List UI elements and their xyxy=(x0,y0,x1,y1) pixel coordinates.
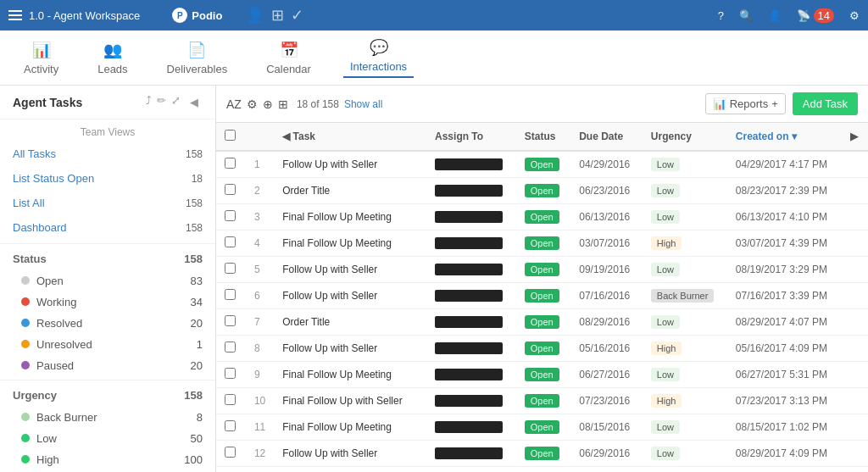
select-all-checkbox[interactable] xyxy=(225,130,236,141)
col-created-on[interactable]: Created on ▾ xyxy=(727,123,842,151)
row-select-checkbox[interactable] xyxy=(225,184,236,195)
row-select-checkbox[interactable] xyxy=(225,315,236,326)
table-container: ◀ Task Assign To Status Due Date Urgency… xyxy=(216,123,868,472)
row-checkbox[interactable] xyxy=(216,388,246,414)
sidebar-expand-icon[interactable]: ⤢ xyxy=(171,94,181,110)
row-select-checkbox[interactable] xyxy=(225,420,236,431)
col-due-date[interactable]: Due Date xyxy=(570,123,643,151)
row-checkbox[interactable] xyxy=(216,257,246,283)
row-urgency: High xyxy=(643,230,727,257)
row-task-name[interactable]: Final Follow Up Meeting xyxy=(274,414,426,441)
help-icon[interactable]: ? xyxy=(718,9,724,22)
row-select-checkbox[interactable] xyxy=(225,210,236,221)
tab-interactions[interactable]: 💬 Interactions xyxy=(343,38,414,78)
row-urgency: Low xyxy=(643,441,727,467)
sidebar-divider-1 xyxy=(0,243,215,244)
sidebar-edit-icon[interactable]: ✏ xyxy=(157,94,166,110)
col-assign-to[interactable]: Assign To xyxy=(426,123,516,151)
row-number: 7 xyxy=(246,309,274,336)
col-status[interactable]: Status xyxy=(516,123,570,151)
row-actions xyxy=(842,441,868,467)
col-nav-next[interactable]: ▶ xyxy=(842,123,868,151)
tab-calendar[interactable]: 📅 Calendar xyxy=(259,41,318,75)
row-checkbox[interactable] xyxy=(216,467,246,473)
sidebar-urgency-low[interactable]: Low 50 xyxy=(0,428,215,449)
sidebar-collapse-btn[interactable]: ◀ xyxy=(186,94,203,110)
row-assign-to xyxy=(426,230,516,257)
row-select-checkbox[interactable] xyxy=(225,394,236,405)
sidebar-status-unresolved[interactable]: Unresolved 1 xyxy=(0,334,215,355)
col-urgency[interactable]: Urgency xyxy=(643,123,727,151)
add-task-button[interactable]: Add Task xyxy=(793,92,858,115)
status-badge: Open xyxy=(525,447,559,460)
sort-icon[interactable]: AZ xyxy=(226,97,242,111)
row-urgency: High xyxy=(643,336,727,362)
sidebar-status-resolved[interactable]: Resolved 20 xyxy=(0,313,215,334)
status-badge: Open xyxy=(525,394,559,408)
sidebar-item-list-all[interactable]: List All 158 xyxy=(0,191,215,215)
row-task-name[interactable]: Follow Up with Seller xyxy=(274,336,426,362)
row-checkbox[interactable] xyxy=(216,283,246,309)
row-select-checkbox[interactable] xyxy=(225,263,236,274)
row-checkbox[interactable] xyxy=(216,336,246,362)
tab-deliverables[interactable]: 📄 Deliverables xyxy=(160,41,235,75)
settings-icon[interactable]: ⚙ xyxy=(849,9,860,22)
view-icon[interactable]: ⊞ xyxy=(278,97,288,111)
row-checkbox[interactable] xyxy=(216,441,246,467)
row-created-on: 08/15/2017 1:02 PM xyxy=(727,414,842,441)
settings-gear-icon[interactable]: ⚙ xyxy=(247,97,258,111)
row-checkbox[interactable] xyxy=(216,414,246,441)
row-checkbox[interactable] xyxy=(216,230,246,257)
row-checkbox[interactable] xyxy=(216,309,246,336)
row-select-checkbox[interactable] xyxy=(225,342,236,353)
row-task-name[interactable]: Final Follow Up Meeting xyxy=(274,362,426,388)
row-task-name[interactable]: Final Follow Up with Seller xyxy=(274,388,426,414)
tab-leads[interactable]: 👥 Leads xyxy=(91,41,134,75)
sidebar-status-paused[interactable]: Paused 20 xyxy=(0,355,215,376)
row-task-name[interactable]: Order Title xyxy=(274,309,426,336)
row-checkbox[interactable] xyxy=(216,178,246,204)
sidebar-item-dashboard[interactable]: Dashboard 158 xyxy=(0,215,215,240)
sidebar-urgency-high[interactable]: High 100 xyxy=(0,449,215,470)
row-checkbox[interactable] xyxy=(216,151,246,178)
show-all-link[interactable]: Show all xyxy=(344,98,382,110)
notifications-icon[interactable]: 📡 14 xyxy=(797,9,834,22)
row-actions xyxy=(842,467,868,473)
row-select-checkbox[interactable] xyxy=(225,158,236,169)
search-icon[interactable]: 🔍 xyxy=(739,9,753,22)
sidebar-divider-2 xyxy=(0,380,215,380)
row-task-name[interactable]: Final Follow Up Meeting xyxy=(274,467,426,473)
table-row: 3 Final Follow Up Meeting Open 06/13/201… xyxy=(216,204,868,230)
row-checkbox[interactable] xyxy=(216,204,246,230)
row-select-checkbox[interactable] xyxy=(225,236,236,247)
table-row: 11 Final Follow Up Meeting Open 08/15/20… xyxy=(216,414,868,441)
filter-icon[interactable]: ⊕ xyxy=(263,97,273,111)
row-task-name[interactable]: Follow Up with Seller xyxy=(274,151,426,178)
row-task-name[interactable]: Final Follow Up Meeting xyxy=(274,204,426,230)
sidebar-refresh-icon[interactable]: ⤴ xyxy=(146,94,152,110)
paused-label: Paused xyxy=(36,359,74,372)
tab-activity[interactable]: 📊 Activity xyxy=(17,41,65,75)
hamburger-menu[interactable] xyxy=(8,10,22,20)
low-count: 50 xyxy=(191,432,203,445)
row-select-checkbox[interactable] xyxy=(225,447,236,458)
sidebar-status-open[interactable]: Open 83 xyxy=(0,270,215,292)
row-select-checkbox[interactable] xyxy=(225,289,236,300)
sidebar-status-working[interactable]: Working 34 xyxy=(0,292,215,313)
row-task-name[interactable]: Order Title xyxy=(274,178,426,204)
sidebar-item-list-status-open[interactable]: List Status Open 18 xyxy=(0,166,215,191)
row-task-name[interactable]: Final Follow Up Meeting xyxy=(274,230,426,257)
row-actions xyxy=(842,178,868,204)
user-icon[interactable]: 👤 xyxy=(768,9,782,22)
row-status: Open xyxy=(516,362,570,388)
row-task-name[interactable]: Follow Up with Seller xyxy=(274,283,426,309)
sidebar-urgency-backburner[interactable]: Back Burner 8 xyxy=(0,407,215,428)
row-task-name[interactable]: Follow Up with Seller xyxy=(274,441,426,467)
row-task-name[interactable]: Follow Up with Seller xyxy=(274,257,426,283)
reports-button[interactable]: 📊 Reports + xyxy=(705,93,786,114)
col-checkbox[interactable] xyxy=(216,123,246,151)
col-task[interactable]: ◀ Task xyxy=(274,123,426,151)
row-checkbox[interactable] xyxy=(216,362,246,388)
row-select-checkbox[interactable] xyxy=(225,368,236,379)
sidebar-item-all-tasks[interactable]: All Tasks 158 xyxy=(0,142,215,166)
